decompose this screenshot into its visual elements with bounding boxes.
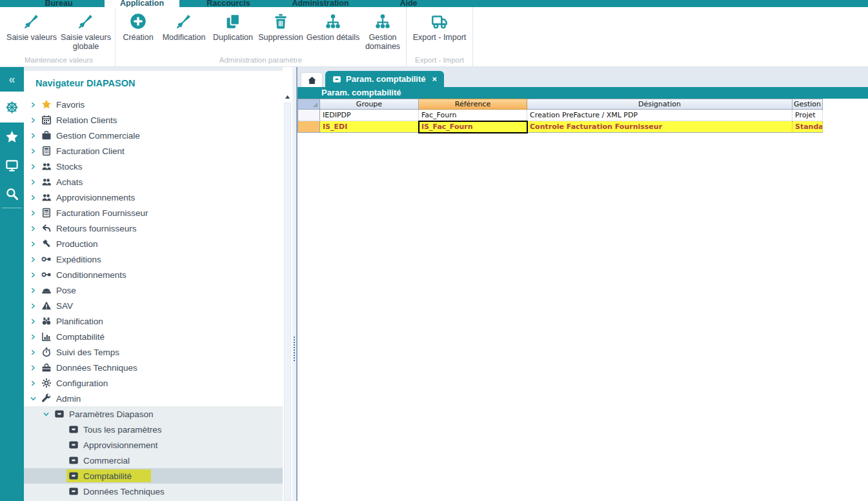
nav-item-approvisionnement[interactable]: Approvisionnement <box>24 437 283 453</box>
nav-item-facturation-fournisseur[interactable]: Facturation Fournisseur <box>24 205 283 221</box>
rail-navigator-button[interactable] <box>0 92 24 123</box>
nav-item-parametres-diapason[interactable]: Paramètres Diapason <box>24 406 283 422</box>
chevron-right-icon[interactable] <box>30 101 37 108</box>
rail-favorites-button[interactable] <box>0 123 24 151</box>
chevron-right-icon[interactable] <box>30 132 37 139</box>
duplication-button[interactable]: Duplication <box>209 7 257 55</box>
nav-item-donnees-techniques-param[interactable]: Données Techniques <box>24 484 283 499</box>
tab-administration[interactable]: Administration <box>278 0 363 7</box>
nav-item-retours-fournisseurs[interactable]: Retours fournisseurs <box>24 221 283 236</box>
collapse-sidebar-button[interactable]: « <box>0 67 24 92</box>
close-tab-icon[interactable]: × <box>432 74 438 84</box>
rail-monitor-button[interactable] <box>0 151 24 179</box>
column-header-designation[interactable]: Désignation <box>527 99 792 110</box>
chevron-right-icon[interactable] <box>30 163 37 170</box>
table-row-highlighted[interactable]: IS_EDI IS_Fac_Fourn Controle Facturation… <box>298 121 822 133</box>
chevron-right-icon[interactable] <box>30 148 37 155</box>
column-header-reference[interactable]: Référence <box>419 99 527 110</box>
tab-raccourcis[interactable]: Raccourcis <box>179 0 278 7</box>
column-header-gestion[interactable]: Gestion <box>792 99 823 110</box>
chevron-right-icon[interactable] <box>30 380 37 387</box>
column-header-groupe[interactable]: Groupe <box>320 99 419 110</box>
chevron-right-icon[interactable] <box>30 271 37 279</box>
table-row[interactable]: IEDIPDP Fac_Fourn Creation PreFacture / … <box>298 110 822 121</box>
chevron-right-icon[interactable] <box>30 194 37 201</box>
cell-groupe[interactable]: IEDIPDP <box>320 110 419 121</box>
chevron-right-icon[interactable] <box>30 241 37 248</box>
saisie-valeurs-globale-button[interactable]: Saisie valeurs globale <box>59 7 113 55</box>
creation-button[interactable]: Création <box>117 7 159 55</box>
cell-groupe[interactable]: IS_EDI <box>320 121 419 133</box>
chevron-right-icon[interactable] <box>30 225 37 232</box>
drawer-icon <box>54 409 65 419</box>
tab-application[interactable]: Application <box>105 0 179 7</box>
saisie-valeurs-button[interactable]: Saisie valeurs <box>5 7 59 55</box>
ribbon-body: Saisie valeurs Saisie valeurs globale Ma… <box>0 7 868 66</box>
cell-designation[interactable]: Creation PreFacture / XML PDP <box>527 110 792 121</box>
gestion-details-button[interactable]: Gestion détails <box>305 7 361 55</box>
nav-item-pose[interactable]: Pose <box>24 282 283 298</box>
nav-item-suivi-des-temps[interactable]: Suivi des Temps <box>24 344 283 360</box>
cell-gestion[interactable]: Projet <box>792 110 823 121</box>
chevron-right-icon[interactable] <box>30 349 37 356</box>
cell-designation[interactable]: Controle Facturation Fournisseur <box>527 121 792 133</box>
nav-item-favoris[interactable]: Favoris <box>24 97 283 112</box>
tab-bureau[interactable]: Bureau <box>13 0 105 7</box>
nav-item-conditionnements[interactable]: Conditionnements <box>24 267 283 282</box>
row-handle[interactable] <box>298 110 320 121</box>
nav-item-facturation-client[interactable]: Facturation Client <box>24 143 283 159</box>
plus-circle-icon <box>130 13 146 30</box>
scrollbar-track[interactable] <box>284 103 291 501</box>
nav-item-achats[interactable]: Achats <box>24 174 283 190</box>
scroll-up-icon[interactable] <box>283 93 292 101</box>
panel-splitter[interactable] <box>292 67 298 501</box>
nav-item-comptabilite-param[interactable]: Comptabilité <box>24 468 283 484</box>
gestion-domaines-button[interactable]: Gestion domaines <box>361 7 404 55</box>
chevron-right-icon[interactable] <box>30 302 37 309</box>
row-handle[interactable] <box>298 121 320 133</box>
nav-item-planification[interactable]: Planification <box>24 313 283 329</box>
chevron-right-icon[interactable] <box>30 210 37 217</box>
tab-param-comptabilite[interactable]: Param. comptabilité × <box>325 71 444 87</box>
nav-item-production[interactable]: Production <box>24 236 283 251</box>
nav-item-expeditions[interactable]: Expéditions <box>24 251 283 267</box>
home-tab[interactable] <box>301 72 323 87</box>
nav-item-donnees-techniques[interactable]: Données Techniques <box>24 360 283 375</box>
modification-button[interactable]: Modification <box>159 7 209 55</box>
suppression-button[interactable]: Suppression <box>257 7 305 55</box>
drawer-icon <box>68 455 79 466</box>
nav-item-comptabilite[interactable]: Comptabilité <box>24 329 283 344</box>
drawer-icon <box>68 424 79 435</box>
nav-item-configuration[interactable]: Configuration <box>24 375 283 391</box>
search-icon <box>5 187 19 201</box>
export-import-button[interactable]: Export - Import <box>409 7 470 55</box>
tab-aide[interactable]: Aide <box>363 0 454 7</box>
nav-item-sav[interactable]: SAV <box>24 298 283 313</box>
nav-item-gestion-commerciale[interactable]: Gestion Commerciale <box>24 128 283 143</box>
chevron-right-icon[interactable] <box>30 256 37 263</box>
chevron-right-icon[interactable] <box>30 287 37 294</box>
chevron-right-icon[interactable] <box>30 117 37 124</box>
briefcase-icon <box>41 130 52 141</box>
nav-item-approvisionnements[interactable]: Approvisionnements <box>24 190 283 205</box>
chevron-right-icon[interactable] <box>30 179 37 186</box>
cell-reference[interactable]: Fac_Fourn <box>419 110 527 121</box>
chevron-down-icon[interactable] <box>43 411 50 418</box>
select-all-cell[interactable] <box>298 99 320 110</box>
drawer-icon <box>332 75 341 84</box>
chevron-down-icon[interactable] <box>30 395 37 402</box>
nav-item-commercial[interactable]: Commercial <box>24 453 283 468</box>
cell-gestion[interactable]: Standard <box>792 121 823 133</box>
rail-search-button[interactable] <box>0 179 24 208</box>
nav-item-stocks[interactable]: Stocks <box>24 159 283 174</box>
navigator-scrollbar[interactable] <box>283 67 292 501</box>
chevron-right-icon[interactable] <box>30 333 37 340</box>
splitter-handle[interactable] <box>294 337 295 361</box>
nav-item-tous-les-parametres[interactable]: Tous les paramètres <box>24 422 283 437</box>
nav-item-relation-clients[interactable]: Relation Clients <box>24 112 283 128</box>
chevron-right-icon[interactable] <box>30 364 37 371</box>
chevron-right-icon[interactable] <box>30 318 37 325</box>
cell-reference-focused[interactable]: IS_Fac_Fourn <box>419 121 527 133</box>
key-icon <box>41 254 52 264</box>
nav-item-admin[interactable]: Admin <box>24 391 283 406</box>
